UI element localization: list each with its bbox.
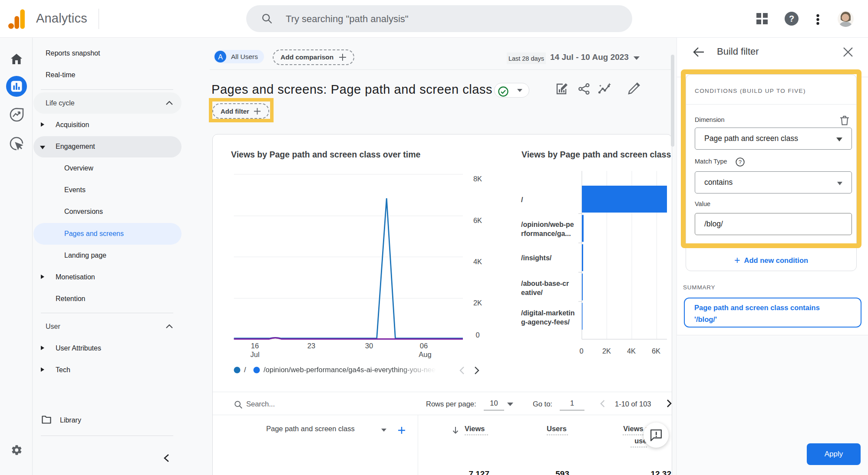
svg-text:A: A bbox=[218, 53, 223, 61]
svg-text:?: ? bbox=[789, 14, 794, 23]
